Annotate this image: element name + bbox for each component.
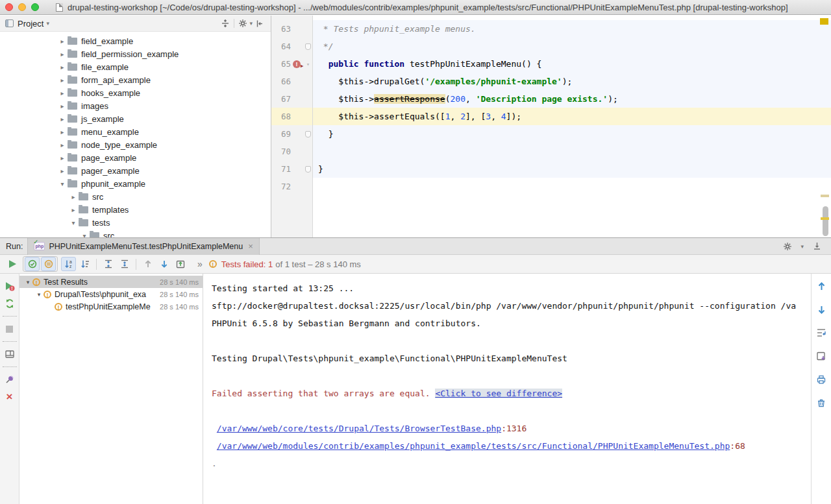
test-console[interactable]: Testing started at 13:25 ...sftp://docke… — [203, 274, 811, 504]
next-failed-test-button[interactable] — [156, 257, 171, 271]
test-tree-item[interactable]: !testPhpUnitExampleMe28 s 140 ms — [19, 300, 203, 313]
project-tree-item[interactable]: ▾tests — [0, 216, 271, 229]
minimize-panel-button[interactable] — [810, 240, 823, 253]
minimize-window-button[interactable] — [18, 3, 26, 11]
chevron-down-icon[interactable]: ▾ — [800, 243, 804, 250]
project-tree-item[interactable]: ▸menu_example — [0, 125, 271, 138]
open-test-results-button[interactable] — [173, 257, 188, 271]
gear-icon[interactable] — [236, 17, 249, 30]
error-stripe-mark[interactable] — [821, 195, 829, 197]
rerun-button[interactable] — [5, 257, 19, 271]
error-stripe-mark-warning[interactable] — [821, 217, 829, 220]
project-tree-item[interactable]: ▸field_example — [0, 34, 271, 47]
fold-marker-icon[interactable] — [304, 43, 312, 50]
file-link[interactable]: /var/www/web/core/tests/Drupal/Tests/Bro… — [217, 424, 501, 433]
chevron-expanded-icon[interactable]: ▾ — [68, 219, 79, 226]
project-tree-item[interactable]: ▾src — [0, 229, 271, 237]
toggle-auto-test-button[interactable] — [3, 296, 17, 311]
chevron-collapsed-icon[interactable]: ▸ — [57, 128, 68, 136]
chevron-down-icon[interactable]: ▾ — [46, 20, 49, 27]
test-tree-item[interactable]: ▾!Test Results28 s 140 ms — [19, 276, 203, 288]
file-link[interactable]: /var/www/web/modules/contrib/examples/ph… — [217, 441, 730, 451]
close-icon[interactable]: × — [248, 242, 253, 250]
show-ignored-toggle[interactable] — [41, 257, 56, 271]
editor-line[interactable]: 68 $this->assertEquals([1, 2], [3, 4]); — [271, 108, 831, 125]
collapse-all-button[interactable] — [117, 257, 132, 271]
pin-tab-button[interactable] — [3, 372, 17, 387]
project-tree-item[interactable]: ▸page_example — [0, 151, 271, 164]
test-results-tree: ▾!Test Results28 s 140 ms▾!Drupal\Tests\… — [19, 274, 203, 504]
show-passed-toggle[interactable] — [25, 257, 40, 271]
rerun-failed-tests-button[interactable]: ! — [3, 279, 17, 293]
error-stripe-status[interactable] — [820, 18, 828, 25]
editor-line[interactable]: 67 $this->assertResponse(200, 'Descripti… — [271, 90, 831, 108]
editor-line[interactable]: 72 — [271, 178, 831, 195]
zoom-window-button[interactable] — [31, 3, 39, 11]
chevron-expanded-icon[interactable]: ▾ — [23, 279, 32, 285]
project-tree-item[interactable]: ▸images — [0, 99, 271, 112]
fold-marker-icon[interactable] — [304, 166, 312, 173]
chevron-collapsed-icon[interactable]: ▸ — [57, 77, 68, 84]
stop-button[interactable] — [3, 322, 17, 336]
project-tree-item[interactable]: ▸js_example — [0, 112, 271, 125]
diff-link[interactable]: <Click to see difference> — [435, 389, 562, 398]
export-results-button[interactable] — [814, 349, 828, 363]
previous-failed-test-button[interactable] — [140, 257, 155, 271]
run-tab[interactable]: php PHPUnitExampleMenuTest.testPhpUnitEx… — [27, 238, 259, 255]
editor-scrollbar[interactable] — [823, 206, 828, 236]
hide-panel-button[interactable] — [253, 17, 266, 30]
scroll-down-button[interactable] — [814, 302, 828, 317]
chevrons-more-icon[interactable]: » — [197, 259, 203, 269]
print-icon[interactable] — [814, 372, 828, 387]
project-tree-item[interactable]: ▸hooks_example — [0, 86, 271, 99]
chevron-collapsed-icon[interactable]: ▸ — [57, 51, 68, 58]
project-panel-title[interactable]: Project — [18, 19, 43, 29]
sort-alphabetically-toggle[interactable]: a z — [61, 257, 76, 271]
expand-all-button[interactable] — [101, 257, 116, 271]
scroll-up-button[interactable] — [814, 279, 828, 293]
project-tree-item[interactable]: ▸form_api_example — [0, 73, 271, 86]
close-panel-button[interactable]: × — [3, 390, 17, 404]
chevron-collapsed-icon[interactable]: ▸ — [57, 141, 68, 149]
chevron-collapsed-icon[interactable]: ▸ — [57, 90, 68, 97]
project-tree-item[interactable]: ▸node_type_example — [0, 138, 271, 151]
editor-line[interactable]: 71} — [271, 160, 831, 178]
chevron-expanded-icon[interactable]: ▾ — [57, 180, 68, 187]
chevron-collapsed-icon[interactable]: ▸ — [57, 115, 68, 123]
project-tree-item[interactable]: ▸field_permission_example — [0, 47, 271, 60]
sort-by-duration-button[interactable] — [77, 257, 92, 271]
project-tree-item[interactable]: ▾phpunit_example — [0, 177, 271, 190]
fold-marker-icon[interactable] — [304, 131, 312, 138]
editor-line[interactable]: 65!▾ public function testPhpUnitExampleM… — [271, 55, 831, 73]
chevron-collapsed-icon[interactable]: ▸ — [57, 154, 68, 162]
chevron-expanded-icon[interactable]: ▾ — [79, 232, 90, 238]
project-tree-item[interactable]: ▸pager_example — [0, 164, 271, 177]
project-tree-item[interactable]: ▸templates — [0, 203, 271, 216]
editor-line[interactable]: 63 * Tests phpunit_example menus. — [271, 20, 831, 38]
project-tree-item[interactable]: ▸src — [0, 190, 271, 203]
project-tree-item[interactable]: ▸file_example — [0, 60, 271, 73]
chevron-collapsed-icon[interactable]: ▸ — [57, 167, 68, 174]
chevron-collapsed-icon[interactable]: ▸ — [57, 64, 68, 71]
close-window-button[interactable] — [5, 3, 13, 11]
editor-line[interactable]: 66 $this->drupalGet('/examples/phpunit-e… — [271, 73, 831, 90]
chevron-collapsed-icon[interactable]: ▸ — [57, 102, 68, 110]
chevron-collapsed-icon[interactable]: ▸ — [57, 38, 68, 45]
soft-wrap-button[interactable] — [814, 326, 828, 340]
collapse-all-button[interactable] — [219, 17, 232, 30]
gear-icon[interactable] — [781, 240, 794, 253]
console-text: PHPUnit 6.5.8 by Sebastian Bergmann and … — [212, 318, 481, 328]
clear-all-button[interactable] — [814, 396, 828, 410]
code-editor[interactable]: 63 * Tests phpunit_example menus.64 */65… — [271, 16, 831, 237]
editor-line[interactable]: 70 — [271, 143, 831, 160]
editor-line[interactable]: 69 } — [271, 125, 831, 143]
chevron-expanded-icon[interactable]: ▾ — [34, 291, 43, 298]
fold-marker-icon[interactable]: ▾ — [304, 61, 312, 67]
chevron-collapsed-icon[interactable]: ▸ — [68, 206, 79, 213]
chevron-collapsed-icon[interactable]: ▸ — [68, 193, 79, 200]
restore-layout-button[interactable] — [3, 347, 17, 361]
rerun-failed-test-icon[interactable]: ! — [292, 60, 303, 69]
test-tree-item[interactable]: ▾!Drupal\Tests\phpunit_exa28 s 140 ms — [19, 288, 203, 300]
tree-item-label: js_example — [81, 114, 124, 124]
editor-line[interactable]: 64 */ — [271, 38, 831, 55]
